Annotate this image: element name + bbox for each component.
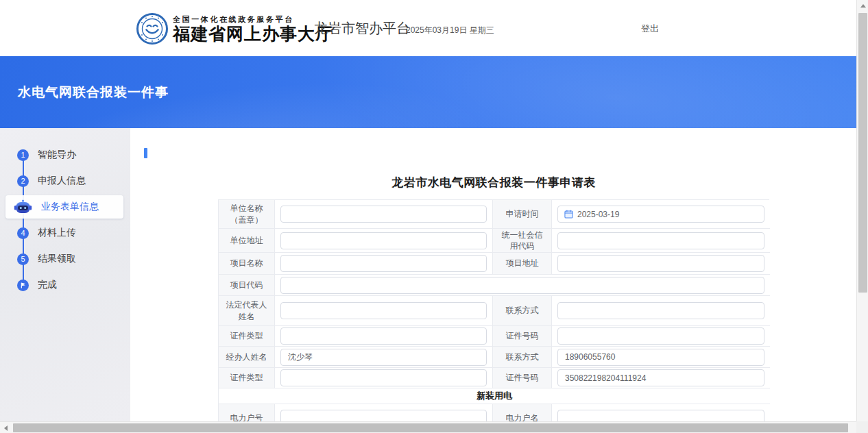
arrow-left-icon xyxy=(4,425,8,431)
field-label-agent-contact: 联系方式 xyxy=(493,347,552,368)
field-cell xyxy=(275,347,493,368)
arrow-up-icon xyxy=(860,4,866,8)
field-cell xyxy=(275,229,493,253)
app-window: 全国一体化在线政务服务平台 福建省网上办事大厅 龙岩市智办平台 2025年03月… xyxy=(0,0,868,433)
field-cell xyxy=(275,296,493,326)
field-label-agent-name: 经办人姓名 xyxy=(219,347,275,368)
field-label-apply-time: 申请时间 xyxy=(493,200,552,229)
step-label: 结果领取 xyxy=(38,253,76,265)
step-item-material-upload[interactable]: 4 材料上传 xyxy=(0,220,130,246)
field-label-credit-code: 统一社会信 用代码 xyxy=(493,229,552,253)
scroll-up-button[interactable] xyxy=(857,0,868,12)
step-number-badge: 5 xyxy=(17,253,29,265)
form-title: 龙岩市水电气网联合报装一件事申请表 xyxy=(218,175,769,190)
flag-icon xyxy=(17,280,29,291)
vertical-scrollbar-thumb[interactable] xyxy=(858,13,867,293)
field-cell xyxy=(275,253,493,275)
apply-date-picker[interactable]: 2025-03-19 xyxy=(557,206,764,223)
portal-logo-line-small: 全国一体化在线政务服务平台 xyxy=(173,14,333,25)
scroll-left-button[interactable] xyxy=(0,422,12,433)
credit-code-input[interactable] xyxy=(557,232,764,249)
step-label: 智能导办 xyxy=(38,149,76,161)
field-label-unit-address: 单位地址 xyxy=(219,229,275,253)
field-label-legal-contact: 联系方式 xyxy=(493,296,552,326)
horizontal-scrollbar-thumb[interactable] xyxy=(13,423,848,432)
form-panel: 龙岩市水电气网联合报装一件事申请表 单位名称 （盖章） 申请时间 xyxy=(130,128,856,421)
field-cell xyxy=(552,347,770,368)
step-item-smart-guide[interactable]: 1 智能导办 xyxy=(0,142,130,168)
step-label: 申报人信息 xyxy=(38,175,86,187)
step-label: 完成 xyxy=(38,279,57,291)
field-cell xyxy=(275,326,493,347)
field-cell: 2025-03-19 xyxy=(552,200,770,229)
field-label-legal-rep-name: 法定代表人 姓名 xyxy=(219,296,275,326)
field-cell xyxy=(552,368,770,388)
field-label-project-name: 项目名称 xyxy=(219,253,275,275)
field-label-power-account-name: 电力户名 xyxy=(493,404,552,421)
step-label: 业务表单信息 xyxy=(41,201,99,213)
legal-id-number-input[interactable] xyxy=(557,327,764,345)
field-label-legal-id-number: 证件号码 xyxy=(493,326,552,347)
stepper: 1 智能导办 2 申报人信息 xyxy=(0,142,130,298)
portal-logo-text: 全国一体化在线政务服务平台 福建省网上办事大厅 xyxy=(173,14,333,44)
gov-seal-smiley-logo-icon xyxy=(136,12,169,45)
field-cell xyxy=(275,368,493,388)
step-label: 材料上传 xyxy=(38,227,76,239)
top-header: 全国一体化在线政务服务平台 福建省网上办事大厅 龙岩市智办平台 2025年03月… xyxy=(0,0,856,56)
field-cell xyxy=(275,200,493,229)
project-name-input[interactable] xyxy=(280,255,487,272)
horizontal-scrollbar[interactable] xyxy=(0,421,856,433)
portal-logo-line-large: 福建省网上办事大厅 xyxy=(173,25,333,44)
step-item-business-form[interactable]: 业务表单信息 xyxy=(0,194,130,220)
field-cell xyxy=(275,275,770,296)
section-indicator-bar xyxy=(144,148,147,158)
field-label-project-code: 项目代码 xyxy=(219,275,275,296)
legal-contact-input[interactable] xyxy=(557,302,764,319)
page: 全国一体化在线政务服务平台 福建省网上办事大厅 龙岩市智办平台 2025年03月… xyxy=(0,0,856,421)
field-cell xyxy=(552,404,770,421)
agent-id-number-input[interactable] xyxy=(557,369,764,386)
scrollbar-corner xyxy=(856,421,868,433)
step-number-badge: 1 xyxy=(17,149,29,161)
vertical-scrollbar[interactable] xyxy=(856,0,868,421)
field-label-agent-id-type: 证件类型 xyxy=(219,368,275,388)
step-item-applicant-info[interactable]: 2 申报人信息 xyxy=(0,168,130,194)
field-cell xyxy=(275,404,493,421)
step-number-badge: 2 xyxy=(17,175,29,187)
step-item-result-pickup[interactable]: 5 结果领取 xyxy=(0,246,130,272)
agent-id-type-input[interactable] xyxy=(280,369,487,386)
header-date: 2025年03月19日 星期三 xyxy=(406,25,494,36)
legal-rep-name-input[interactable] xyxy=(280,302,487,319)
step-sidebar: 1 智能导办 2 申报人信息 xyxy=(0,128,130,421)
field-cell xyxy=(552,326,770,347)
field-label-legal-id-type: 证件类型 xyxy=(219,326,275,347)
section-header-new-electricity: 新装用电 xyxy=(219,388,770,404)
agent-contact-input[interactable] xyxy=(557,349,764,366)
field-label-project-address: 项目地址 xyxy=(493,253,552,275)
site-title: 龙岩市智办平台 xyxy=(314,19,410,38)
agent-name-input[interactable] xyxy=(280,349,487,366)
content-area: 1 智能导办 2 申报人信息 xyxy=(0,128,856,421)
project-address-input[interactable] xyxy=(557,255,764,272)
robot-icon xyxy=(14,199,32,214)
legal-id-type-input[interactable] xyxy=(280,327,487,345)
field-cell xyxy=(552,253,770,275)
unit-name-input[interactable] xyxy=(280,206,487,223)
calendar-icon xyxy=(564,210,573,219)
service-banner-title: 水电气网联合报装一件事 xyxy=(18,84,169,101)
field-cell xyxy=(552,296,770,326)
step-item-finish[interactable]: 完成 xyxy=(0,272,130,298)
service-banner: 水电气网联合报装一件事 xyxy=(0,56,856,128)
logout-button[interactable]: 登出 xyxy=(641,23,659,35)
power-account-number-input[interactable] xyxy=(280,410,487,421)
unit-address-input[interactable] xyxy=(280,232,487,249)
apply-date-value: 2025-03-19 xyxy=(577,210,619,219)
field-label-power-account-number: 电力户号 xyxy=(219,404,275,421)
field-cell xyxy=(552,229,770,253)
application-form-table: 单位名称 （盖章） 申请时间 2025 xyxy=(218,199,769,421)
field-label-unit-name: 单位名称 （盖章） xyxy=(219,200,275,229)
step-number-badge: 4 xyxy=(17,227,29,239)
field-label-agent-id-number: 证件号码 xyxy=(493,368,552,388)
project-code-input[interactable] xyxy=(280,277,764,294)
power-account-name-input[interactable] xyxy=(557,410,764,421)
